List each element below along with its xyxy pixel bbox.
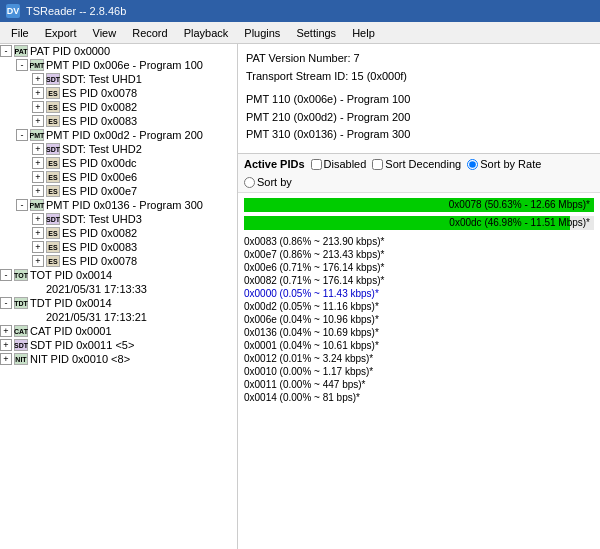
tree-expand-pmt200[interactable]: -	[16, 129, 28, 141]
menu-item-playback[interactable]: Playback	[177, 24, 236, 42]
tree-expand-tot[interactable]: -	[0, 269, 12, 281]
pid-text-row-9: 0x0012 (0.01% ~ 3.24 kbps)*	[238, 352, 600, 365]
tree-expand-es0083b[interactable]: +	[32, 241, 44, 253]
menu-item-plugins[interactable]: Plugins	[237, 24, 287, 42]
tree-expand-es00e7[interactable]: +	[32, 185, 44, 197]
sort-rate-radio[interactable]	[467, 159, 478, 170]
pid-text-row-8: 0x0001 (0.04% ~ 10.61 kbps)*	[238, 339, 600, 352]
sort-by-label: Sort by	[257, 176, 292, 188]
tree-label-es0082b: ES PID 0x0082	[62, 227, 137, 239]
pid-text-row-4: 0x0000 (0.05% ~ 11.43 kbps)*	[238, 287, 600, 300]
tree-label-nit: NIT PID 0x0010 <8>	[30, 353, 130, 365]
tree-label-pat: PAT PID 0x0000	[30, 45, 110, 57]
tree-item-pmt200[interactable]: -PMTPMT PID 0x00d2 - Program 200	[0, 128, 237, 142]
active-pids-section: Active PIDs Disabled Sort Decending Sort…	[238, 154, 600, 549]
menu-item-help[interactable]: Help	[345, 24, 382, 42]
tree-icon-sdt-uhd3: SDT	[46, 213, 60, 225]
tree-expand-cat[interactable]: +	[0, 325, 12, 337]
sort-by-radio[interactable]	[244, 177, 255, 188]
right-panel: PAT Version Number: 7 Transport Stream I…	[238, 44, 600, 549]
menu-item-view[interactable]: View	[86, 24, 124, 42]
tree-expand-es0078[interactable]: +	[32, 87, 44, 99]
pid-text-row-2: 0x00e6 (0.71% ~ 176.14 kbps)*	[238, 261, 600, 274]
tree-icon-tot: TOT	[14, 269, 28, 281]
tree-expand-es00e6[interactable]: +	[32, 171, 44, 183]
tree-icon-es0082b: ES	[46, 227, 60, 239]
tree-expand-sdt-uhd2[interactable]: +	[32, 143, 44, 155]
tree-item-tdt-date[interactable]: 2021/05/31 17:13:21	[0, 310, 237, 324]
disabled-checkbox[interactable]	[311, 159, 322, 170]
tree-item-es00e6[interactable]: +ESES PID 0x00e6	[0, 170, 237, 184]
tree-expand-sdt-uhd1[interactable]: +	[32, 73, 44, 85]
tree-label-pmt100: PMT PID 0x006e - Program 100	[46, 59, 203, 71]
tree-item-cat[interactable]: +CATCAT PID 0x0001	[0, 324, 237, 338]
tree-item-es0082b[interactable]: +ESES PID 0x0082	[0, 226, 237, 240]
tree-item-tot-date[interactable]: 2021/05/31 17:13:33	[0, 282, 237, 296]
tree-expand-es0082[interactable]: +	[32, 101, 44, 113]
tree-expand-pmt100[interactable]: -	[16, 59, 28, 71]
tree-icon-sdt: SDT	[14, 339, 28, 351]
pid-bar-label-1: 0x00dc (46.98% - 11.51 Mbps)*	[449, 216, 590, 230]
tree-label-es00dc: ES PID 0x00dc	[62, 157, 137, 169]
pid-bar-bg-0: 0x0078 (50.63% - 12.66 Mbps)*	[244, 198, 594, 212]
disabled-checkbox-label[interactable]: Disabled	[311, 158, 367, 170]
menu-item-file[interactable]: File	[4, 24, 36, 42]
sort-rate-radio-label[interactable]: Sort by Rate	[467, 158, 541, 170]
tree-item-es0078[interactable]: +ESES PID 0x0078	[0, 86, 237, 100]
tree-icon-sdt-uhd1: SDT	[46, 73, 60, 85]
tree-item-es0078b[interactable]: +ESES PID 0x0078	[0, 254, 237, 268]
tree-icon-es00dc: ES	[46, 157, 60, 169]
tree-item-pmt100[interactable]: -PMTPMT PID 0x006e - Program 100	[0, 58, 237, 72]
tree-item-es00e7[interactable]: +ESES PID 0x00e7	[0, 184, 237, 198]
pid-bar-row-1: 0x00dc (46.98% - 11.51 Mbps)*	[244, 215, 594, 231]
tree-label-cat: CAT PID 0x0001	[30, 325, 112, 337]
tree-icon-pmt300: PMT	[30, 199, 44, 211]
tree-expand-sdt-uhd3[interactable]: +	[32, 213, 44, 225]
app-icon: DV	[6, 4, 20, 18]
tree-expand-tdt[interactable]: -	[0, 297, 12, 309]
tree-item-sdt-uhd2[interactable]: +SDTSDT: Test UHD2	[0, 142, 237, 156]
tree-expand-pmt300[interactable]: -	[16, 199, 28, 211]
tree-item-es0083b[interactable]: +ESES PID 0x0083	[0, 240, 237, 254]
tree-expand-nit[interactable]: +	[0, 353, 12, 365]
tree-expand-es0082b[interactable]: +	[32, 227, 44, 239]
tree-item-es0082[interactable]: +ESES PID 0x0082	[0, 100, 237, 114]
info-section: PAT Version Number: 7 Transport Stream I…	[238, 44, 600, 154]
tree-expand-es0078b[interactable]: +	[32, 255, 44, 267]
tree-label-es0078: ES PID 0x0078	[62, 87, 137, 99]
tree-expand-es0083[interactable]: +	[32, 115, 44, 127]
pid-text-row-1: 0x00e7 (0.86% ~ 213.43 kbps)*	[238, 248, 600, 261]
tree-label-sdt-uhd2: SDT: Test UHD2	[62, 143, 142, 155]
pid-bar-bg-1: 0x00dc (46.98% - 11.51 Mbps)*	[244, 216, 594, 230]
tree-expand-es00dc[interactable]: +	[32, 157, 44, 169]
sort-desc-checkbox[interactable]	[372, 159, 383, 170]
tree-icon-es00e7: ES	[46, 185, 60, 197]
tree-item-pat[interactable]: -PATPAT PID 0x0000	[0, 44, 237, 58]
sort-desc-checkbox-label[interactable]: Sort Decending	[372, 158, 461, 170]
active-pids-title: Active PIDs	[244, 158, 305, 170]
menu-item-settings[interactable]: Settings	[289, 24, 343, 42]
tree-item-pmt300[interactable]: -PMTPMT PID 0x0136 - Program 300	[0, 198, 237, 212]
tree-icon-pmt200: PMT	[30, 129, 44, 141]
menu-bar: FileExportViewRecordPlaybackPluginsSetti…	[0, 22, 600, 44]
tree-label-pmt300: PMT PID 0x0136 - Program 300	[46, 199, 203, 211]
tree-item-tot[interactable]: -TOTTOT PID 0x0014	[0, 268, 237, 282]
tree-item-sdt-uhd3[interactable]: +SDTSDT: Test UHD3	[0, 212, 237, 226]
info-line4: PMT 110 (0x006e) - Program 100	[246, 91, 592, 109]
tree-expand-sdt[interactable]: +	[0, 339, 12, 351]
tree-item-nit[interactable]: +NITNIT PID 0x0010 <8>	[0, 352, 237, 366]
tree-item-sdt-uhd1[interactable]: +SDTSDT: Test UHD1	[0, 72, 237, 86]
tree-icon-es00e6: ES	[46, 171, 60, 183]
tree-item-es00dc[interactable]: +ESES PID 0x00dc	[0, 156, 237, 170]
tree-expand-pat[interactable]: -	[0, 45, 12, 57]
sort-by-radio-label[interactable]: Sort by	[244, 176, 292, 188]
title-bar: DV TSReader -- 2.8.46b	[0, 0, 600, 22]
menu-item-export[interactable]: Export	[38, 24, 84, 42]
pid-bar-label-0: 0x0078 (50.63% - 12.66 Mbps)*	[449, 198, 590, 212]
info-line1: PAT Version Number: 7	[246, 50, 592, 68]
tree-icon-nit: NIT	[14, 353, 28, 365]
tree-item-tdt[interactable]: -TDTTDT PID 0x0014	[0, 296, 237, 310]
tree-item-es0083[interactable]: +ESES PID 0x0083	[0, 114, 237, 128]
menu-item-record[interactable]: Record	[125, 24, 174, 42]
tree-item-sdt[interactable]: +SDTSDT PID 0x0011 <5>	[0, 338, 237, 352]
